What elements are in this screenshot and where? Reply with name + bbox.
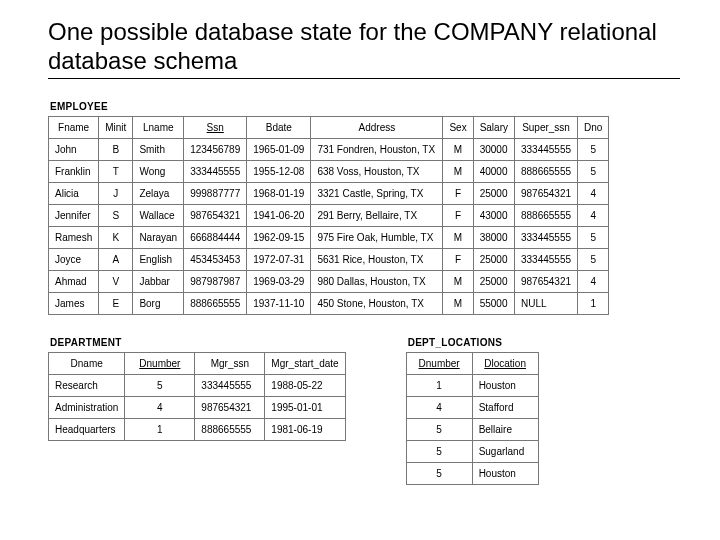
employee-header: Salary [473, 116, 514, 138]
employee-cell: John [49, 138, 99, 160]
employee-cell: 987654321 [515, 182, 578, 204]
employee-header: Super_ssn [515, 116, 578, 138]
department-cell: 888665555 [195, 418, 265, 440]
employee-cell: 888665555 [184, 292, 247, 314]
employee-cell: 1962-09-15 [247, 226, 311, 248]
employee-cell: Franklin [49, 160, 99, 182]
table-row: JenniferSWallace9876543211941-06-20291 B… [49, 204, 609, 226]
department-cell: 5 [125, 374, 195, 396]
employee-cell: 123456789 [184, 138, 247, 160]
employee-cell: 1965-01-09 [247, 138, 311, 160]
dept-locations-cell: Houston [472, 374, 538, 396]
employee-header: Dno [578, 116, 609, 138]
employee-cell: 987654321 [184, 204, 247, 226]
employee-cell: James [49, 292, 99, 314]
dept-locations-cell: Bellaire [472, 418, 538, 440]
department-cell: 987654321 [195, 396, 265, 418]
employee-cell: B [99, 138, 133, 160]
department-cell: Research [49, 374, 125, 396]
employee-cell: 5 [578, 160, 609, 182]
employee-cell: M [443, 160, 473, 182]
employee-cell: 25000 [473, 248, 514, 270]
employee-cell: English [133, 248, 184, 270]
employee-cell: Borg [133, 292, 184, 314]
employee-cell: Wong [133, 160, 184, 182]
employee-cell: 450 Stone, Houston, TX [311, 292, 443, 314]
employee-cell: 1968-01-19 [247, 182, 311, 204]
department-header: Dname [49, 352, 125, 374]
dept-locations-table: DnumberDlocation 1Houston4Stafford5Bella… [406, 352, 539, 485]
dept-locations-cell: 4 [406, 396, 472, 418]
employee-cell: M [443, 270, 473, 292]
employee-cell: 888665555 [515, 160, 578, 182]
dept-locations-cell: Stafford [472, 396, 538, 418]
table-row: FranklinTWong3334455551955-12-08638 Voss… [49, 160, 609, 182]
employee-cell: 30000 [473, 138, 514, 160]
employee-cell: 5 [578, 138, 609, 160]
employee-cell: 5 [578, 248, 609, 270]
department-cell: 4 [125, 396, 195, 418]
employee-cell: 999887777 [184, 182, 247, 204]
employee-cell: 987987987 [184, 270, 247, 292]
department-cell: Administration [49, 396, 125, 418]
employee-cell: A [99, 248, 133, 270]
department-cell: 1988-05-22 [265, 374, 345, 396]
employee-cell: S [99, 204, 133, 226]
employee-cell: Smith [133, 138, 184, 160]
table-row: 1Houston [406, 374, 538, 396]
dept-locations-label: DEPT_LOCATIONS [408, 337, 539, 348]
employee-cell: 731 Fondren, Houston, TX [311, 138, 443, 160]
employee-cell: J [99, 182, 133, 204]
employee-header: Ssn [184, 116, 247, 138]
employee-cell: 333445555 [515, 138, 578, 160]
department-cell: Headquarters [49, 418, 125, 440]
employee-cell: F [443, 204, 473, 226]
department-header: Mgr_ssn [195, 352, 265, 374]
department-cell: 1 [125, 418, 195, 440]
table-row: 5Bellaire [406, 418, 538, 440]
table-row: JoyceAEnglish4534534531972-07-315631 Ric… [49, 248, 609, 270]
employee-cell: 25000 [473, 270, 514, 292]
table-row: Research53334455551988-05-22 [49, 374, 346, 396]
page-title: One possible database state for the COMP… [48, 18, 680, 79]
table-row: 5Sugarland [406, 440, 538, 462]
employee-cell: 5 [578, 226, 609, 248]
employee-cell: 975 Fire Oak, Humble, TX [311, 226, 443, 248]
department-cell: 333445555 [195, 374, 265, 396]
employee-cell: K [99, 226, 133, 248]
table-row: JohnBSmith1234567891965-01-09731 Fondren… [49, 138, 609, 160]
employee-cell: Ramesh [49, 226, 99, 248]
employee-cell: Narayan [133, 226, 184, 248]
employee-cell: 5631 Rice, Houston, TX [311, 248, 443, 270]
employee-cell: 4 [578, 204, 609, 226]
employee-cell: 1941-06-20 [247, 204, 311, 226]
dept-locations-cell: Sugarland [472, 440, 538, 462]
employee-cell: 291 Berry, Bellaire, TX [311, 204, 443, 226]
employee-cell: 666884444 [184, 226, 247, 248]
employee-cell: M [443, 292, 473, 314]
employee-cell: Jabbar [133, 270, 184, 292]
employee-cell: 43000 [473, 204, 514, 226]
employee-cell: 638 Voss, Houston, TX [311, 160, 443, 182]
department-cell: 1995-01-01 [265, 396, 345, 418]
employee-cell: Wallace [133, 204, 184, 226]
dept-locations-cell: 5 [406, 418, 472, 440]
employee-header: Sex [443, 116, 473, 138]
dept-locations-cell: 5 [406, 440, 472, 462]
table-row: Headquarters18886655551981-06-19 [49, 418, 346, 440]
dept-locations-header: Dlocation [472, 352, 538, 374]
employee-cell: E [99, 292, 133, 314]
employee-cell: 1969-03-29 [247, 270, 311, 292]
employee-cell: Alicia [49, 182, 99, 204]
dept-locations-cell: 1 [406, 374, 472, 396]
department-label: DEPARTMENT [50, 337, 346, 348]
employee-header: Minit [99, 116, 133, 138]
employee-cell: 333445555 [515, 226, 578, 248]
employee-cell: 333445555 [515, 248, 578, 270]
employee-cell: F [443, 248, 473, 270]
table-row: 5Houston [406, 462, 538, 484]
employee-header: Lname [133, 116, 184, 138]
employee-cell: M [443, 138, 473, 160]
employee-cell: 333445555 [184, 160, 247, 182]
dept-locations-cell: 5 [406, 462, 472, 484]
